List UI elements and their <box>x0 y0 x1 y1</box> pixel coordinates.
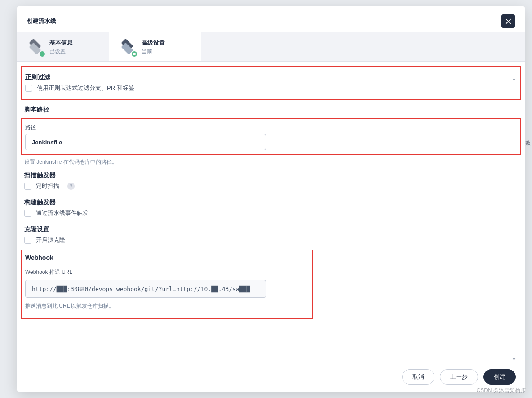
modal-content[interactable]: 正则过滤 使用正则表达式过滤分支、PR 和标签 脚本路径 路径 设置 Jenki… <box>17 62 525 362</box>
script-path-input[interactable] <box>25 134 266 150</box>
watermark: CSDN @沐雪架构师 <box>476 387 526 394</box>
close-button[interactable] <box>501 14 515 28</box>
create-pipeline-modal: 创建流水线 基本信息 已设置 高级设置 当前 <box>17 6 525 392</box>
regex-filter-title: 正则过滤 <box>25 73 517 81</box>
tab-advanced-settings[interactable]: 高级设置 当前 <box>109 32 201 61</box>
close-icon <box>505 18 512 25</box>
status-current-icon <box>132 51 137 57</box>
regex-filter-checkbox-label: 使用正则表达式过滤分支、PR 和标签 <box>37 84 134 92</box>
help-icon[interactable]: ? <box>67 183 75 190</box>
script-path-help: 设置 Jenkinsfile 在代码仓库中的路径。 <box>21 158 521 166</box>
cancel-button[interactable]: 取消 <box>402 369 434 385</box>
tab-advanced-label: 高级设置 <box>142 39 165 47</box>
stack-icon <box>26 38 44 56</box>
script-path-title: 脚本路径 <box>21 106 521 114</box>
regex-filter-section: 正则过滤 使用正则表达式过滤分支、PR 和标签 <box>21 66 521 100</box>
scan-cron-checkbox-label: 定时扫描 <box>36 182 59 190</box>
webhook-title: Webhook <box>25 254 308 261</box>
bg-text: 数 <box>524 139 532 147</box>
shallow-clone-checkbox-label: 开启浅克隆 <box>36 236 65 244</box>
build-trigger-title: 构建触发器 <box>24 198 518 206</box>
modal-header: 创建流水线 <box>17 6 525 32</box>
webhook-url-label: Webhook 推送 URL <box>25 268 308 276</box>
scroll-up-icon <box>512 78 516 80</box>
scan-trigger-title: 扫描触发器 <box>24 171 518 179</box>
tab-bar: 基本信息 已设置 高级设置 当前 <box>17 32 525 62</box>
tab-basic-info[interactable]: 基本信息 已设置 <box>17 32 109 61</box>
shallow-clone-checkbox[interactable] <box>24 237 31 244</box>
clone-settings-title: 克隆设置 <box>24 225 518 233</box>
modal-footer: 取消 上一步 创建 <box>17 362 525 392</box>
stack-icon <box>118 38 136 56</box>
prev-button[interactable]: 上一步 <box>440 369 478 385</box>
webhook-section: Webhook Webhook 推送 URL http://███:30880/… <box>21 250 313 319</box>
script-path-section: 路径 <box>21 118 521 155</box>
scan-cron-checkbox[interactable] <box>24 183 31 190</box>
status-done-icon <box>40 51 45 57</box>
modal-title: 创建流水线 <box>27 17 56 25</box>
webhook-url-readonly[interactable]: http://███:30880/devops_webhook/git/?url… <box>25 280 266 298</box>
scroll-down-icon <box>512 358 516 360</box>
script-path-label: 路径 <box>25 124 517 131</box>
tab-basic-label: 基本信息 <box>49 39 73 47</box>
tab-advanced-sub: 当前 <box>142 48 165 55</box>
webhook-help: 推送消息到此 URL 以触发仓库扫描。 <box>25 302 308 310</box>
pipeline-event-checkbox[interactable] <box>24 210 31 217</box>
scrollbar[interactable] <box>512 78 516 360</box>
tab-basic-sub: 已设置 <box>49 48 73 55</box>
pipeline-event-checkbox-label: 通过流水线事件触发 <box>36 209 89 217</box>
create-button[interactable]: 创建 <box>483 369 516 385</box>
regex-filter-checkbox[interactable] <box>25 85 32 92</box>
